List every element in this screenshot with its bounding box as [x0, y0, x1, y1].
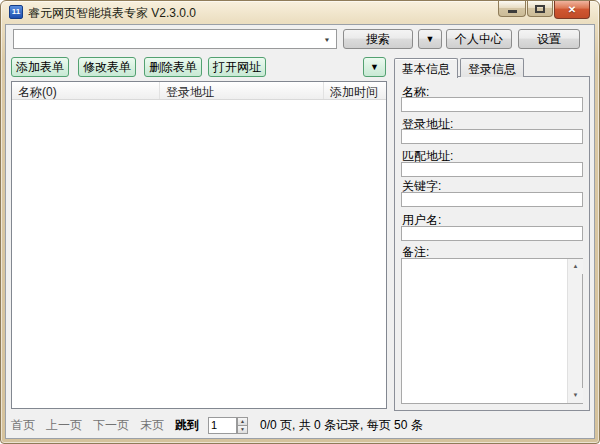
scroll-down-icon[interactable]: ▼	[568, 388, 583, 403]
title-bar[interactable]: 11 睿元网页智能填表专家 V2.3.0.0 ✕	[1, 1, 599, 24]
match-url-field[interactable]	[401, 162, 583, 177]
page-number-spinner: ▲ ▼	[208, 417, 248, 434]
name-field[interactable]	[401, 97, 583, 112]
close-icon: ✕	[568, 2, 576, 18]
url-combobox-input[interactable]	[16, 31, 318, 47]
toolbar-dropdown-button[interactable]: ▼	[363, 57, 386, 77]
chevron-down-icon: ▼	[324, 36, 331, 42]
scroll-up-icon[interactable]: ▲	[568, 259, 583, 274]
username-field[interactable]	[401, 226, 583, 241]
table-body[interactable]	[12, 100, 386, 408]
notes-scrollbar[interactable]: ▲ ▼	[567, 259, 582, 403]
app-icon: 11	[9, 5, 23, 19]
basic-info-tab-panel: 名称: 登录地址: 匹配地址: 关键字: 用户名: 备注: ▲ ▼	[394, 76, 590, 411]
pager-first-link[interactable]: 首页	[11, 417, 35, 434]
close-button[interactable]: ✕	[554, 1, 590, 19]
spin-up-icon[interactable]: ▲	[237, 417, 248, 425]
pager-bar: 首页 上一页 下一页 末页 跳到 ▲ ▼ 0/0 页, 共 0 条记录, 每页 …	[11, 415, 423, 435]
settings-button[interactable]: 设置	[518, 29, 580, 49]
tab-login-info[interactable]: 登录信息	[460, 58, 524, 77]
detail-tabs: 基本信息 登录信息	[394, 58, 526, 77]
pager-jump-label: 跳到	[175, 417, 199, 434]
pager-prev-link[interactable]: 上一页	[46, 417, 82, 434]
app-window: 11 睿元网页智能填表专家 V2.3.0.0 ✕ ▼ 搜索 ▼ 个人中心 设置	[0, 0, 600, 444]
forms-table: 名称(0) 登录地址 添加时间	[11, 81, 387, 409]
maximize-icon	[535, 5, 545, 13]
client-area: ▼ 搜索 ▼ 个人中心 设置 添加表单 修改表单 删除表单 打开网址 ▼ 名称(…	[5, 24, 595, 439]
login-url-field[interactable]	[401, 129, 583, 144]
add-form-button[interactable]: 添加表单	[11, 57, 69, 77]
spin-down-icon[interactable]: ▼	[237, 425, 248, 434]
column-header-add-time[interactable]: 添加时间	[324, 82, 386, 99]
pager-last-link[interactable]: 末页	[140, 417, 164, 434]
table-header: 名称(0) 登录地址 添加时间	[12, 82, 386, 100]
keyword-field[interactable]	[401, 192, 583, 207]
url-combobox[interactable]: ▼	[13, 29, 337, 49]
pager-summary: 0/0 页, 共 0 条记录, 每页 50 条	[260, 417, 423, 434]
modify-form-button[interactable]: 修改表单	[78, 57, 136, 77]
column-header-name[interactable]: 名称(0)	[12, 82, 160, 99]
personal-center-button[interactable]: 个人中心	[446, 29, 512, 49]
page-number-input[interactable]	[208, 417, 237, 434]
search-dropdown-button[interactable]: ▼	[418, 29, 442, 49]
pager-next-link[interactable]: 下一页	[93, 417, 129, 434]
notes-textarea[interactable]: ▲ ▼	[401, 258, 583, 404]
window-title: 睿元网页智能填表专家 V2.3.0.0	[28, 5, 196, 22]
detail-panel: 基本信息 登录信息 名称: 登录地址: 匹配地址: 关键字: 用户名: 备注: …	[394, 58, 590, 411]
column-header-login-url[interactable]: 登录地址	[160, 82, 324, 99]
open-url-button[interactable]: 打开网址	[208, 57, 266, 77]
delete-form-button[interactable]: 删除表单	[144, 57, 202, 77]
window-controls: ✕	[497, 1, 590, 19]
search-button[interactable]: 搜索	[343, 29, 413, 49]
combo-dropdown-button[interactable]: ▼	[318, 30, 336, 48]
tab-basic-info[interactable]: 基本信息	[394, 58, 458, 78]
minimize-icon	[508, 10, 517, 13]
maximize-button[interactable]	[527, 1, 553, 17]
minimize-button[interactable]	[498, 1, 526, 17]
